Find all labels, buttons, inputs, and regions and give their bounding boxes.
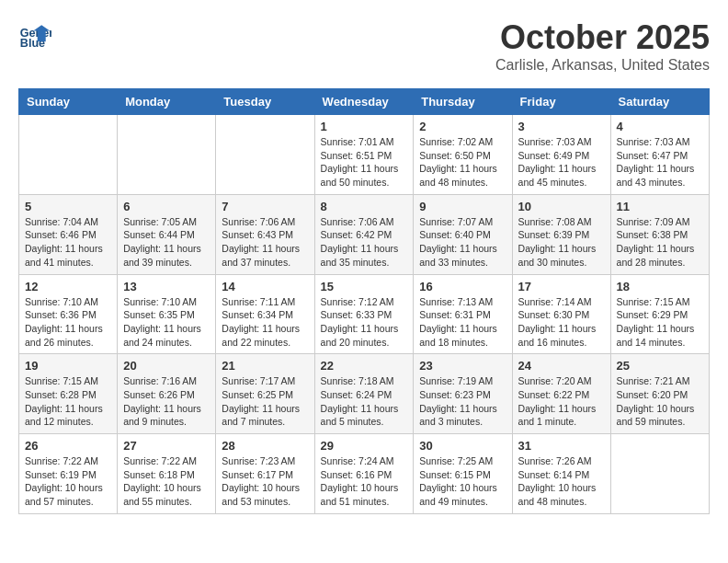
day-info: Sunrise: 7:18 AM Sunset: 6:24 PM Dayligh… [321,374,408,429]
day-info: Sunrise: 7:08 AM Sunset: 6:39 PM Dayligh… [518,215,605,270]
calendar-cell: 29Sunrise: 7:24 AM Sunset: 6:16 PM Dayli… [314,434,414,514]
day-number: 6 [123,200,210,213]
calendar-cell [118,115,216,195]
calendar-cell: 7Sunrise: 7:06 AM Sunset: 6:43 PM Daylig… [216,194,314,274]
calendar-cell: 31Sunrise: 7:26 AM Sunset: 6:14 PM Dayli… [512,434,610,514]
day-info: Sunrise: 7:24 AM Sunset: 6:16 PM Dayligh… [321,454,408,509]
day-info: Sunrise: 7:05 AM Sunset: 6:44 PM Dayligh… [123,215,210,270]
location: Carlisle, Arkansas, United States [495,57,710,74]
day-number: 5 [25,200,111,213]
calendar-cell: 14Sunrise: 7:11 AM Sunset: 6:34 PM Dayli… [216,274,314,354]
day-number: 22 [321,359,408,373]
month-title: October 2025 [495,18,710,57]
day-number: 14 [222,280,308,293]
calendar-cell: 5Sunrise: 7:04 AM Sunset: 6:46 PM Daylig… [19,194,118,274]
calendar-cell: 4Sunrise: 7:03 AM Sunset: 6:47 PM Daylig… [610,115,709,195]
day-info: Sunrise: 7:06 AM Sunset: 6:42 PM Dayligh… [321,215,408,270]
day-info: Sunrise: 7:15 AM Sunset: 6:29 PM Dayligh… [617,295,703,350]
day-number: 26 [25,439,111,453]
day-info: Sunrise: 7:02 AM Sunset: 6:50 PM Dayligh… [419,135,506,190]
calendar-cell: 6Sunrise: 7:05 AM Sunset: 6:44 PM Daylig… [118,194,216,274]
day-number: 27 [123,439,210,453]
calendar-cell: 10Sunrise: 7:08 AM Sunset: 6:39 PM Dayli… [512,194,610,274]
calendar-cell: 2Sunrise: 7:02 AM Sunset: 6:50 PM Daylig… [414,115,512,195]
calendar-cell [216,115,314,195]
day-info: Sunrise: 7:19 AM Sunset: 6:23 PM Dayligh… [419,374,506,429]
day-info: Sunrise: 7:10 AM Sunset: 6:35 PM Dayligh… [123,295,210,350]
day-number: 29 [321,439,408,453]
day-number: 8 [321,200,408,213]
weekday-header-wednesday: Wednesday [314,89,414,115]
day-number: 30 [419,439,506,453]
day-info: Sunrise: 7:12 AM Sunset: 6:33 PM Dayligh… [321,295,408,350]
day-info: Sunrise: 7:01 AM Sunset: 6:51 PM Dayligh… [321,135,408,190]
day-info: Sunrise: 7:23 AM Sunset: 6:17 PM Dayligh… [222,454,308,509]
day-number: 4 [617,120,703,133]
day-number: 21 [222,359,308,373]
day-number: 17 [518,280,605,293]
calendar-cell: 27Sunrise: 7:22 AM Sunset: 6:18 PM Dayli… [118,434,216,514]
day-number: 25 [617,359,703,373]
weekday-header-tuesday: Tuesday [216,89,314,115]
day-number: 24 [518,359,605,373]
calendar-cell: 9Sunrise: 7:07 AM Sunset: 6:40 PM Daylig… [414,194,512,274]
day-info: Sunrise: 7:14 AM Sunset: 6:30 PM Dayligh… [518,295,605,350]
logo: General Blue [18,18,55,52]
calendar-cell: 12Sunrise: 7:10 AM Sunset: 6:36 PM Dayli… [19,274,118,354]
day-info: Sunrise: 7:03 AM Sunset: 6:49 PM Dayligh… [518,135,605,190]
weekday-header-saturday: Saturday [610,89,709,115]
day-number: 10 [518,200,605,213]
day-number: 1 [321,120,408,133]
day-number: 23 [419,359,506,373]
calendar-cell: 13Sunrise: 7:10 AM Sunset: 6:35 PM Dayli… [118,274,216,354]
page-header: General Blue October 2025 Carlisle, Arka… [18,18,710,74]
calendar-cell: 24Sunrise: 7:20 AM Sunset: 6:22 PM Dayli… [512,354,610,434]
calendar-cell: 1Sunrise: 7:01 AM Sunset: 6:51 PM Daylig… [314,115,414,195]
calendar-cell: 3Sunrise: 7:03 AM Sunset: 6:49 PM Daylig… [512,115,610,195]
day-number: 19 [25,359,111,373]
weekday-header-row: SundayMondayTuesdayWednesdayThursdayFrid… [19,89,710,115]
calendar-week-1: 1Sunrise: 7:01 AM Sunset: 6:51 PM Daylig… [19,115,710,195]
calendar-cell: 28Sunrise: 7:23 AM Sunset: 6:17 PM Dayli… [216,434,314,514]
calendar-cell: 22Sunrise: 7:18 AM Sunset: 6:24 PM Dayli… [314,354,414,434]
day-info: Sunrise: 7:09 AM Sunset: 6:38 PM Dayligh… [617,215,703,270]
day-number: 20 [123,359,210,373]
day-info: Sunrise: 7:26 AM Sunset: 6:14 PM Dayligh… [518,454,605,509]
day-info: Sunrise: 7:22 AM Sunset: 6:18 PM Dayligh… [123,454,210,509]
day-number: 15 [321,280,408,293]
calendar-table: SundayMondayTuesdayWednesdayThursdayFrid… [18,88,710,514]
calendar-cell: 30Sunrise: 7:25 AM Sunset: 6:15 PM Dayli… [414,434,512,514]
day-info: Sunrise: 7:16 AM Sunset: 6:26 PM Dayligh… [123,374,210,429]
day-info: Sunrise: 7:06 AM Sunset: 6:43 PM Dayligh… [222,215,308,270]
day-number: 16 [419,280,506,293]
day-info: Sunrise: 7:04 AM Sunset: 6:46 PM Dayligh… [25,215,111,270]
calendar-cell: 23Sunrise: 7:19 AM Sunset: 6:23 PM Dayli… [414,354,512,434]
calendar-cell [610,434,709,514]
calendar-cell: 26Sunrise: 7:22 AM Sunset: 6:19 PM Dayli… [19,434,118,514]
calendar-week-5: 26Sunrise: 7:22 AM Sunset: 6:19 PM Dayli… [19,434,710,514]
calendar-cell [19,115,118,195]
day-number: 12 [25,280,111,293]
day-info: Sunrise: 7:11 AM Sunset: 6:34 PM Dayligh… [222,295,308,350]
day-number: 11 [617,200,703,213]
day-info: Sunrise: 7:22 AM Sunset: 6:19 PM Dayligh… [25,454,111,509]
day-info: Sunrise: 7:25 AM Sunset: 6:15 PM Dayligh… [419,454,506,509]
calendar-cell: 25Sunrise: 7:21 AM Sunset: 6:20 PM Dayli… [610,354,709,434]
calendar-cell: 21Sunrise: 7:17 AM Sunset: 6:25 PM Dayli… [216,354,314,434]
weekday-header-thursday: Thursday [414,89,512,115]
title-section: October 2025 Carlisle, Arkansas, United … [495,18,710,74]
calendar-cell: 19Sunrise: 7:15 AM Sunset: 6:28 PM Dayli… [19,354,118,434]
day-info: Sunrise: 7:20 AM Sunset: 6:22 PM Dayligh… [518,374,605,429]
day-number: 13 [123,280,210,293]
calendar-week-3: 12Sunrise: 7:10 AM Sunset: 6:36 PM Dayli… [19,274,710,354]
weekday-header-sunday: Sunday [19,89,118,115]
calendar-cell: 18Sunrise: 7:15 AM Sunset: 6:29 PM Dayli… [610,274,709,354]
weekday-header-monday: Monday [118,89,216,115]
calendar-cell: 16Sunrise: 7:13 AM Sunset: 6:31 PM Dayli… [414,274,512,354]
calendar-cell: 17Sunrise: 7:14 AM Sunset: 6:30 PM Dayli… [512,274,610,354]
day-info: Sunrise: 7:07 AM Sunset: 6:40 PM Dayligh… [419,215,506,270]
day-info: Sunrise: 7:17 AM Sunset: 6:25 PM Dayligh… [222,374,308,429]
day-number: 31 [518,439,605,453]
day-number: 3 [518,120,605,133]
day-number: 2 [419,120,506,133]
